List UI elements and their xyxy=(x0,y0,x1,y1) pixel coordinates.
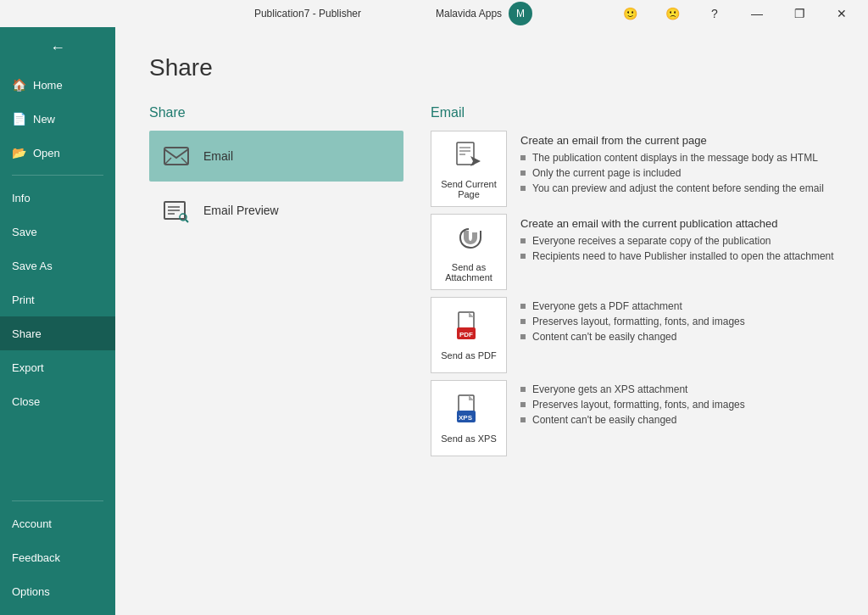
sidebar-item-open[interactable]: 📂 Open xyxy=(0,136,115,170)
bullet-3-0: Everyone gets an XPS attachment xyxy=(520,383,834,395)
email-right-panel: Email xyxy=(431,105,834,456)
share-section-title: Share xyxy=(149,105,403,120)
send-current-page-label: Send Current Page xyxy=(438,179,499,199)
info-label: Info xyxy=(12,192,31,204)
send-attachment-label: Send as Attachment xyxy=(438,262,499,282)
send-current-page-button[interactable]: Send Current Page xyxy=(431,131,507,207)
title-bar: Publication7 - Publisher Malavida Apps M… xyxy=(0,0,868,27)
close-button[interactable]: ✕ xyxy=(822,0,861,27)
bullet-icon xyxy=(520,171,526,176)
bullet-icon xyxy=(520,238,526,243)
sidebar-item-home[interactable]: 🏠 Home xyxy=(0,68,115,102)
svg-text:XPS: XPS xyxy=(459,414,473,422)
send-page-icon xyxy=(453,139,484,174)
page-title: Share xyxy=(149,54,834,81)
back-button[interactable]: ← xyxy=(0,27,115,68)
bullet-0-1: Only the current page is included xyxy=(520,167,834,179)
send-xps-label: Send as XPS xyxy=(441,433,496,444)
print-label: Print xyxy=(12,294,35,306)
svg-line-8 xyxy=(186,220,188,222)
send-pdf-desc: Everyone gets a PDF attachment Preserves… xyxy=(520,297,834,346)
options-label: Options xyxy=(12,585,50,598)
share-email-label: Email xyxy=(203,149,233,163)
bullet-icon xyxy=(520,155,526,160)
bullet-icon xyxy=(520,254,526,259)
bullet-icon xyxy=(520,334,526,339)
alert-icon[interactable]: 🙁 xyxy=(653,0,692,27)
svg-text:PDF: PDF xyxy=(459,331,473,338)
sidebar-item-account[interactable]: Account xyxy=(0,506,115,540)
sidebar-item-save-as[interactable]: Save As xyxy=(0,249,115,282)
export-label: Export xyxy=(12,361,44,374)
home-label: Home xyxy=(33,79,63,92)
send-pdf-label: Send as PDF xyxy=(441,350,496,361)
sidebar-item-info[interactable]: Info xyxy=(0,181,115,215)
share-left-panel: Share Email xyxy=(149,105,403,456)
apps-label: Malavida Apps xyxy=(436,8,502,20)
svg-line-2 xyxy=(181,158,188,165)
share-email-preview-label: Email Preview xyxy=(203,204,279,217)
sidebar-divider-2 xyxy=(12,500,103,501)
home-icon: 🏠 xyxy=(12,78,26,92)
restore-button[interactable]: ❐ xyxy=(780,0,819,27)
send-as-attachment-button[interactable]: Send as Attachment xyxy=(431,214,507,290)
new-label: New xyxy=(33,113,55,126)
emoji-icon[interactable]: 🙂 xyxy=(610,0,649,27)
sidebar: ← 🏠 Home 📄 New 📂 Open Info Save Save As … xyxy=(0,27,115,615)
back-icon: ← xyxy=(50,39,65,57)
bullet-icon xyxy=(520,319,526,324)
bullet-1-1: Recipients need to have Publisher instal… xyxy=(520,250,834,262)
sidebar-item-close[interactable]: Close xyxy=(0,384,115,418)
bullet-3-1: Preserves layout, formatting, fonts, and… xyxy=(520,399,834,411)
email-option-row-0: Send Current Page Create an email from t… xyxy=(431,131,834,207)
sidebar-item-feedback[interactable]: Feedback xyxy=(0,540,115,574)
share-option-email[interactable]: Email xyxy=(149,131,403,182)
sidebar-bottom: Account Feedback Options xyxy=(0,506,115,615)
app-container: ← 🏠 Home 📄 New 📂 Open Info Save Save As … xyxy=(0,27,868,615)
email-option-row-1: Send as Attachment Create an email with … xyxy=(431,214,834,290)
bullet-icon xyxy=(520,402,526,407)
avatar: M xyxy=(509,2,532,25)
sidebar-item-print[interactable]: Print xyxy=(0,282,115,316)
bullet-icon xyxy=(520,417,526,422)
bullet-2-2: Content can't be easily changed xyxy=(520,331,834,343)
minimize-button[interactable]: — xyxy=(737,0,776,27)
bullet-3-2: Content can't be easily changed xyxy=(520,414,834,426)
help-icon[interactable]: ? xyxy=(695,0,734,27)
attachment-icon xyxy=(453,222,484,257)
bullet-1-0: Everyone receives a separate copy of the… xyxy=(520,235,834,247)
bullet-2-1: Preserves layout, formatting, fonts, and… xyxy=(520,316,834,327)
svg-line-1 xyxy=(164,158,171,165)
new-icon: 📄 xyxy=(12,112,26,126)
send-as-xps-button[interactable]: XPS Send as XPS xyxy=(431,380,507,456)
bullet-icon xyxy=(520,387,526,392)
save-as-label: Save As xyxy=(12,260,53,272)
send-attachment-title: Create an email with the current publica… xyxy=(520,217,834,230)
send-attachment-desc: Create an email with the current publica… xyxy=(520,214,834,266)
sidebar-item-options[interactable]: Options xyxy=(0,574,115,608)
email-preview-icon xyxy=(161,195,192,226)
share-label: Share xyxy=(12,327,42,340)
share-layout: Share Email xyxy=(149,105,834,456)
sidebar-item-export[interactable]: Export xyxy=(0,350,115,384)
email-option-row-2: PDF Send as PDF Everyone gets a PDF atta… xyxy=(431,297,834,373)
email-options-list: Send Current Page Create an email from t… xyxy=(431,131,834,456)
bullet-0-0: The publication content displays in the … xyxy=(520,152,834,164)
bullet-0-2: You can preview and adjust the content b… xyxy=(520,182,834,194)
send-current-page-title: Create an email from the current page xyxy=(520,134,834,147)
send-as-pdf-button[interactable]: PDF Send as PDF xyxy=(431,297,507,373)
share-option-email-preview[interactable]: Email Preview xyxy=(149,185,403,236)
title-bar-center: Publication7 - Publisher Malavida Apps M xyxy=(254,2,532,25)
bullet-icon xyxy=(520,304,526,309)
sidebar-item-share[interactable]: Share xyxy=(0,316,115,350)
bullet-2-0: Everyone gets a PDF attachment xyxy=(520,300,834,312)
account-label: Account xyxy=(12,517,52,530)
xps-icon: XPS xyxy=(453,394,484,428)
sidebar-item-save[interactable]: Save xyxy=(0,215,115,249)
close-doc-label: Close xyxy=(12,395,40,408)
window-controls[interactable]: 🙂 🙁 ? — ❐ ✕ xyxy=(610,0,861,27)
open-label: Open xyxy=(33,147,60,159)
sidebar-item-new[interactable]: 📄 New xyxy=(0,102,115,136)
send-xps-desc: Everyone gets an XPS attachment Preserve… xyxy=(520,380,834,429)
send-current-page-desc: Create an email from the current page Th… xyxy=(520,131,834,198)
